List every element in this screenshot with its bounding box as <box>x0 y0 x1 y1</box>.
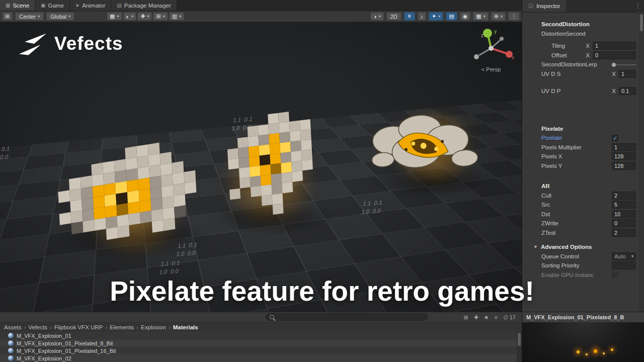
render-mode-dropdown[interactable]: ◑▾ <box>370 12 384 21</box>
camera-icon: ◉ <box>463 13 468 20</box>
list-item[interactable]: M_VFX_Explosion_01 <box>0 332 517 339</box>
shading-dropdown[interactable]: ◐▾ <box>123 12 137 21</box>
explosion-pixel <box>94 218 106 231</box>
asset-name: M_VFX_Explosion_02 <box>17 355 71 361</box>
src-field[interactable]: 5 <box>612 201 636 209</box>
breadcrumb-item-assets[interactable]: Assets <box>4 324 22 330</box>
tab-package-manager[interactable]: ▤ Package Manager <box>111 0 177 11</box>
scene-viewport[interactable]: 1.1 0.11.0 0.0 1.1 0.11.0 0.0 1.1 0.11.0… <box>0 22 522 312</box>
layers-toggle[interactable]: ▤ <box>446 12 457 21</box>
dst-field[interactable]: 10 <box>612 210 636 218</box>
uvds-field[interactable]: 1 <box>619 70 636 78</box>
toolbar-overflow-menu[interactable]: ⋮ <box>508 12 520 21</box>
light-bulb-icon: ☀ <box>407 13 412 20</box>
inspector-tabbar: ⓘ Inspector ⋮ <box>522 0 644 13</box>
effects-dropdown[interactable]: ✦▾ <box>429 12 443 21</box>
ztest-field[interactable]: 2 <box>612 229 636 237</box>
scrollbar-thumb[interactable] <box>640 14 643 31</box>
hidden-count-badge[interactable]: ∅ 17 <box>503 314 516 321</box>
draw-mode-dropdown[interactable]: ▦▾ <box>107 12 122 21</box>
project-search-input[interactable] <box>277 314 424 321</box>
audio-toggle[interactable]: ♪ <box>418 12 427 21</box>
explosion-pixel <box>118 225 130 238</box>
list-item[interactable]: M_VFX_Explosion_01_Pixelated_16_Bit <box>0 347 517 354</box>
package-manager-tab-icon: ▤ <box>117 3 121 8</box>
pixels-multiplier-field[interactable]: 1 <box>612 143 636 151</box>
axis-label: X <box>586 43 590 49</box>
advanced-options-foldout[interactable]: ▼ Advanced Options <box>522 242 644 252</box>
panel-divider[interactable] <box>522 0 522 362</box>
lerp-slider[interactable] <box>612 61 636 68</box>
property-row-ztest: ZTest 2 <box>522 228 644 238</box>
scene-view-options-button[interactable]: ⊕▾ <box>491 12 506 21</box>
gizmos-dropdown[interactable]: ▦▾ <box>473 12 488 21</box>
material-preview-area[interactable] <box>522 322 644 362</box>
tab-inspector[interactable]: ⓘ Inspector <box>522 0 566 12</box>
explosion-smooth[interactable] <box>361 107 487 190</box>
cull-field[interactable]: 2 <box>612 192 636 200</box>
explosion-pixel <box>273 203 284 215</box>
zwrite-field[interactable]: 0 <box>612 219 636 227</box>
tab-game[interactable]: ▣ Game <box>35 0 70 11</box>
favorites-icon[interactable]: ★ <box>484 314 489 321</box>
material-preview-title[interactable]: M_VFX_Explosion_01_Pixelated_8_B <box>522 312 644 323</box>
explosion-pixel <box>261 185 272 196</box>
animator-tab-icon: ➤ <box>75 3 79 8</box>
offset-x-field[interactable]: 0 <box>593 51 636 59</box>
game-tab-icon: ▣ <box>41 3 45 8</box>
pixels-x-field[interactable]: 128 <box>612 152 636 160</box>
queue-control-dropdown[interactable]: Auto ▾ <box>612 252 636 260</box>
explosion-pixel <box>229 189 240 200</box>
breadcrumb-item-elements[interactable]: Elements <box>110 324 134 330</box>
slider-knob[interactable] <box>612 63 616 67</box>
property-label: Queue Control <box>541 253 612 259</box>
gizmo-perspective-label[interactable]: < Persp <box>467 66 515 72</box>
explosion-pixel <box>261 174 272 186</box>
property-row-uvdp: UV D P X 0.1 <box>522 86 644 96</box>
explosion-pixel <box>140 211 152 224</box>
breadcrumb-item-materials[interactable]: Materials <box>173 324 198 330</box>
search-icon <box>270 315 274 319</box>
pivot-dropdown[interactable]: Center ▾ <box>15 12 44 21</box>
snap-settings-dropdown[interactable]: ✚▾ <box>137 12 152 21</box>
orientation-gizmo[interactable]: z y x <box>467 26 515 68</box>
globe-icon: ⊕ <box>494 13 499 20</box>
explosion-pixel <box>260 154 271 166</box>
breadcrumb-item-explosion[interactable]: Explosion <box>141 324 166 330</box>
list-item[interactable]: M_VFX_Explosion_01_Pixelated_8_Bit <box>0 339 517 347</box>
grid-snapping-dropdown[interactable]: ⊞▾ <box>153 12 168 21</box>
inspector-scrollbar[interactable] <box>639 12 644 312</box>
kebab-menu-icon: ⋮ <box>511 13 517 20</box>
sorting-priority-field[interactable] <box>612 261 636 269</box>
breadcrumb-item-flipbook[interactable]: Flipbook VFX URP <box>54 324 103 330</box>
inspector-menu-icon[interactable]: ⋮ <box>635 3 641 10</box>
list-item[interactable]: M_VFX_Explosion_02 <box>0 354 517 362</box>
chevron-down-icon: ▾ <box>163 14 165 19</box>
search-by-label-icon[interactable]: ✚ <box>474 314 478 321</box>
scene-lighting-toggle[interactable]: ☀ <box>404 12 415 21</box>
property-row-pixels-y: Pixels Y 128 <box>522 161 644 171</box>
scrollbar-thumb[interactable] <box>518 333 521 346</box>
breadcrumb-item-vefects[interactable]: Vefects <box>28 324 47 330</box>
asset-name: M_VFX_Explosion_01_Pixelated_8_Bit <box>17 340 113 346</box>
explosion-pixel <box>260 164 271 176</box>
transform-tools-icon[interactable]: ⊞ <box>2 12 13 21</box>
breadcrumb: Assets › Vefects › Flipbook VFX URP › El… <box>0 323 522 332</box>
orientation-dropdown[interactable]: Global ▾ <box>46 12 74 21</box>
scene-camera-button[interactable]: ◉ <box>460 12 471 21</box>
uvdp-field[interactable]: 0.1 <box>619 87 636 95</box>
2d-toggle[interactable]: 2D <box>386 12 401 21</box>
increment-snap-dropdown[interactable]: ▥▾ <box>169 12 184 21</box>
tab-animator[interactable]: ➤ Animator <box>70 0 111 11</box>
tab-scene[interactable]: ▦ Scene <box>0 0 35 11</box>
pixels-y-field[interactable]: 128 <box>612 162 636 170</box>
tiling-x-field[interactable]: 1 <box>593 42 636 50</box>
search-by-type-icon[interactable]: ⊞ <box>463 314 468 321</box>
explosion-pixel <box>71 221 84 234</box>
explosion-pixel <box>302 159 313 171</box>
explosion-pixel <box>290 140 301 152</box>
menu-icon[interactable]: ≡ <box>495 314 498 320</box>
asset-list-scrollbar[interactable] <box>517 332 522 362</box>
pixelate-checkbox[interactable]: ✓ <box>612 135 618 141</box>
project-search-box[interactable] <box>266 313 428 321</box>
